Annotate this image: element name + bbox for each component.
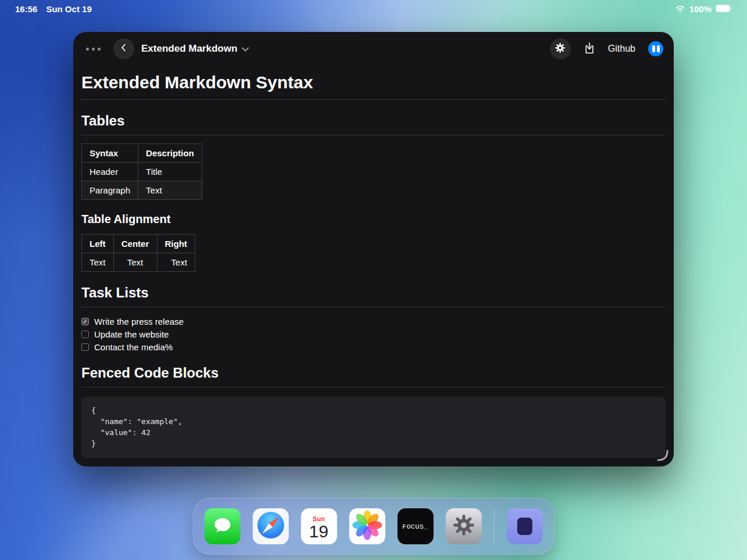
table-header-row: Left Center Right — [82, 235, 195, 253]
dock-divider — [494, 509, 495, 544]
page-title: Extended Markdown Syntax — [81, 73, 666, 100]
battery-percent: 100% — [689, 4, 712, 14]
table-row: Header Title — [82, 163, 202, 181]
ipad-screen: 16:56 Sun Oct 19 100% — [0, 0, 747, 560]
status-time: 16:56 — [15, 4, 37, 14]
safari-app-icon[interactable] — [252, 508, 288, 544]
table-cell: Text — [157, 253, 195, 272]
code-content: { "name": "example", "value": 42 } — [91, 406, 183, 448]
task-checkbox[interactable] — [81, 343, 89, 351]
calendar-weekday: Sun — [313, 515, 325, 522]
chevron-down-icon — [242, 44, 249, 54]
split-view-icon — [648, 41, 663, 56]
section-heading-table-alignment: Table Alignment — [81, 213, 666, 226]
flower-icon — [349, 508, 385, 544]
task-label: Contact the media% — [94, 342, 173, 352]
status-date: Sun Oct 19 — [46, 4, 91, 14]
messages-app-icon[interactable] — [204, 508, 240, 544]
task-label: Update the website — [94, 329, 169, 339]
settings-app-icon[interactable] — [445, 508, 481, 544]
document-title-menu[interactable]: Extended Markdown — [141, 43, 249, 55]
markdown-preview-window: Extended Markdown — [73, 32, 674, 466]
export-button[interactable] — [584, 41, 595, 57]
section-heading-fenced-code: Fenced Code Blocks — [81, 365, 666, 387]
task-item: Contact the media% — [81, 342, 666, 352]
status-bar: 16:56 Sun Oct 19 100% — [0, 0, 747, 18]
focus-app-text: FOCUS — [402, 523, 424, 530]
split-view-button[interactable] — [648, 41, 663, 56]
code-block: { "name": "example", "value": 42 } — [81, 397, 666, 458]
table-cell: Text — [113, 253, 157, 272]
task-label: Write the press release — [94, 317, 184, 326]
table-header-cell: Right — [157, 235, 195, 253]
focus-app-cursor: _ — [424, 523, 428, 530]
battery-icon — [716, 4, 732, 14]
dock: Sun 19 F — [192, 498, 555, 555]
alignment-table: Left Center Right Text Text Text — [81, 234, 195, 272]
table-header-cell: Syntax — [82, 144, 138, 163]
window-toolbar: Extended Markdown — [73, 32, 674, 66]
calendar-day: 19 — [309, 523, 328, 540]
table-header-cell: Left — [82, 235, 114, 253]
window-control-dot — [92, 48, 95, 51]
gear-icon — [450, 512, 477, 541]
table-header-cell: Description — [138, 144, 202, 163]
speech-bubble-icon — [209, 513, 235, 540]
table-row: Paragraph Text — [82, 181, 202, 200]
recent-app-icon[interactable] — [507, 508, 543, 544]
window-control-dot — [86, 48, 89, 51]
section-heading-tables: Tables — [81, 113, 666, 135]
table-cell: Text — [82, 253, 114, 272]
section-heading-task-lists: Task Lists — [81, 285, 666, 307]
square-arrow-down-icon — [584, 46, 595, 56]
task-item: Update the website — [81, 329, 666, 339]
table-cell: Paragraph — [82, 181, 138, 200]
settings-button[interactable] — [550, 38, 571, 59]
focus-app-label: FOCUS_ — [402, 523, 428, 530]
chevron-left-icon — [119, 42, 129, 55]
table-cell: Header — [82, 163, 138, 181]
compass-icon — [252, 508, 288, 544]
calendar-app-icon[interactable]: Sun 19 — [301, 508, 337, 544]
syntax-table: Syntax Description Header Title Paragrap… — [81, 143, 202, 200]
window-resize-handle[interactable] — [656, 449, 669, 462]
github-button[interactable]: Github — [608, 44, 635, 54]
window-control-dot — [98, 48, 101, 51]
table-cell: Text — [138, 181, 202, 200]
gear-icon — [554, 42, 566, 56]
table-header-cell: Center — [113, 235, 157, 253]
back-button[interactable] — [113, 38, 134, 59]
photos-app-icon[interactable] — [349, 508, 385, 544]
focus-app-icon[interactable]: FOCUS_ — [397, 508, 433, 544]
wifi-icon — [675, 4, 685, 14]
markdown-document: Extended Markdown Syntax Tables Syntax D… — [73, 66, 674, 466]
recent-app-glyph — [517, 518, 532, 535]
task-checkbox[interactable] — [81, 318, 89, 325]
task-item: Write the press release — [81, 317, 666, 326]
document-title: Extended Markdown — [141, 43, 237, 55]
table-cell: Title — [138, 163, 202, 181]
table-row: Text Text Text — [82, 253, 195, 272]
task-list: Write the press release Update the websi… — [81, 317, 666, 352]
window-controls-button[interactable] — [86, 48, 101, 51]
task-checkbox[interactable] — [81, 331, 89, 338]
table-header-row: Syntax Description — [82, 144, 202, 163]
